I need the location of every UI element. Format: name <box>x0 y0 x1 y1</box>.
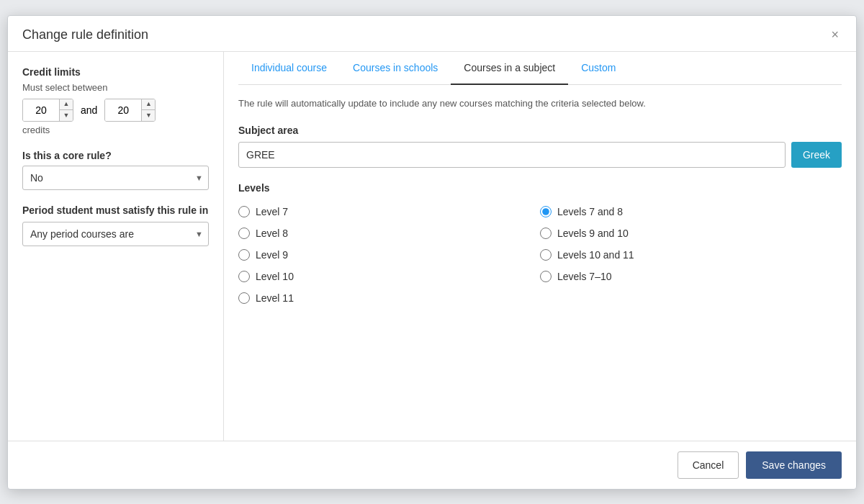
levels-grid: Level 7 Level 8 Level 9 Level 10 <box>238 202 842 307</box>
rule-description: The rule will automatically update to in… <box>238 96 842 111</box>
levels-7-10-label: Levels 7–10 <box>557 271 612 282</box>
levels-7-10-radio[interactable] <box>540 271 552 282</box>
level-7-row[interactable]: Level 7 <box>238 202 540 221</box>
tab-individual-course[interactable]: Individual course <box>238 52 340 85</box>
level-10-row[interactable]: Level 10 <box>238 267 540 286</box>
level-7-radio[interactable] <box>238 206 250 217</box>
modal-body: Credit limits Must select between ▲ ▼ an… <box>8 52 856 441</box>
subject-area-label: Subject area <box>238 125 842 136</box>
credits-label: credits <box>22 125 209 135</box>
levels-10-11-radio[interactable] <box>540 249 552 261</box>
and-label: and <box>81 104 97 116</box>
levels-right-column: Levels 7 and 8 Levels 9 and 10 Levels 10… <box>540 202 842 307</box>
level-11-row[interactable]: Level 11 <box>238 289 540 307</box>
tab-bar: Individual course Courses in schools Cou… <box>238 52 842 85</box>
credit-range-row: ▲ ▼ and ▲ ▼ <box>22 99 209 122</box>
close-button[interactable]: × <box>828 28 842 41</box>
levels-7-10-row[interactable]: Levels 7–10 <box>540 267 842 286</box>
left-panel: Credit limits Must select between ▲ ▼ an… <box>8 52 224 441</box>
credit-limits-title: Credit limits <box>22 66 209 78</box>
core-rule-section: Is this a core rule? No Yes ▼ <box>22 150 209 190</box>
subject-search-button[interactable]: Greek <box>791 142 842 168</box>
level-9-row[interactable]: Level 9 <box>238 246 540 264</box>
right-panel: Individual course Courses in schools Cou… <box>224 52 856 441</box>
levels-section: Levels Level 7 Level 8 <box>238 182 842 307</box>
level-10-radio[interactable] <box>238 271 250 282</box>
min-spinner: ▲ ▼ <box>59 99 73 121</box>
levels-9-10-row[interactable]: Levels 9 and 10 <box>540 224 842 243</box>
levels-7-8-label: Levels 7 and 8 <box>557 206 623 217</box>
levels-title: Levels <box>238 182 842 194</box>
period-section: Period student must satisfy this rule in… <box>22 204 209 246</box>
period-select[interactable]: Any period courses are Specific period <box>22 222 209 246</box>
levels-10-11-label: Levels 10 and 11 <box>557 249 634 261</box>
modal-dialog: Change rule definition × Credit limits M… <box>7 15 857 490</box>
levels-7-8-row[interactable]: Levels 7 and 8 <box>540 202 842 221</box>
level-11-radio[interactable] <box>238 292 250 304</box>
min-increment-btn[interactable]: ▲ <box>60 99 73 110</box>
core-rule-select-wrap: No Yes ▼ <box>22 166 209 190</box>
min-decrement-btn[interactable]: ▼ <box>60 110 73 121</box>
levels-9-10-label: Levels 9 and 10 <box>557 228 629 239</box>
level-9-radio[interactable] <box>238 249 250 261</box>
core-rule-select[interactable]: No Yes <box>22 166 209 190</box>
level-8-row[interactable]: Level 8 <box>238 224 540 243</box>
level-9-label: Level 9 <box>256 249 288 261</box>
save-button[interactable]: Save changes <box>746 451 842 479</box>
modal-footer: Cancel Save changes <box>8 441 856 489</box>
tab-custom[interactable]: Custom <box>568 52 629 85</box>
levels-7-8-radio[interactable] <box>540 206 552 217</box>
max-increment-btn[interactable]: ▲ <box>142 99 155 110</box>
level-8-label: Level 8 <box>256 228 288 239</box>
level-10-label: Level 10 <box>256 271 294 282</box>
min-credit-input[interactable] <box>23 99 59 121</box>
period-title: Period student must satisfy this rule in <box>22 204 209 216</box>
modal-title: Change rule definition <box>22 27 148 42</box>
level-7-label: Level 7 <box>256 206 288 217</box>
core-rule-title: Is this a core rule? <box>22 150 209 161</box>
levels-9-10-radio[interactable] <box>540 228 552 239</box>
subject-area-input[interactable] <box>238 142 786 168</box>
subject-area-row: Greek <box>238 142 842 168</box>
period-select-wrap: Any period courses are Specific period ▼ <box>22 222 209 246</box>
level-8-radio[interactable] <box>238 228 250 239</box>
tab-courses-in-schools[interactable]: Courses in schools <box>340 52 451 85</box>
min-credit-wrap: ▲ ▼ <box>22 99 73 122</box>
tab-courses-in-subject[interactable]: Courses in a subject <box>451 52 568 85</box>
max-decrement-btn[interactable]: ▼ <box>142 110 155 121</box>
max-spinner: ▲ ▼ <box>141 99 155 121</box>
levels-10-11-row[interactable]: Levels 10 and 11 <box>540 246 842 264</box>
modal-header: Change rule definition × <box>8 16 856 52</box>
level-11-label: Level 11 <box>256 292 294 304</box>
levels-left-column: Level 7 Level 8 Level 9 Level 10 <box>238 202 540 307</box>
must-select-label: Must select between <box>22 82 209 93</box>
max-credit-wrap: ▲ ▼ <box>104 99 156 122</box>
max-credit-input[interactable] <box>105 99 141 121</box>
cancel-button[interactable]: Cancel <box>678 451 739 479</box>
